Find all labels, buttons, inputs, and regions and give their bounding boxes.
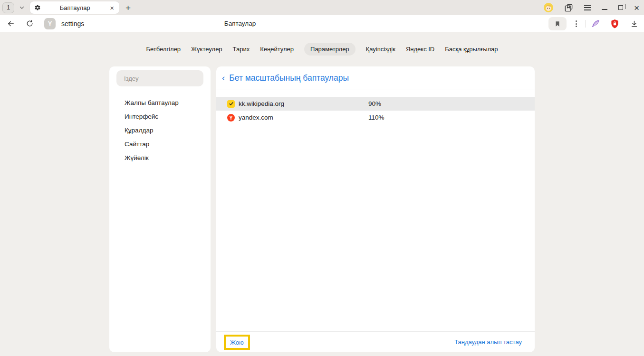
tab-yandex-id[interactable]: Яндекс ID xyxy=(406,43,434,56)
reload-icon xyxy=(26,19,34,28)
bookmark-flag-icon xyxy=(554,20,561,28)
address-bar-actions xyxy=(548,15,644,32)
delete-button-highlight: Жою xyxy=(224,335,250,350)
zoom-row-kk-wikipedia[interactable]: kk.wikipedia.org 90% xyxy=(216,97,535,111)
back-button[interactable] xyxy=(7,19,15,28)
tab-title: Баптаулар xyxy=(41,4,109,11)
settings-nav-tabs: Бетбелгілер Жүктеулер Тарих Кеңейтулер П… xyxy=(0,43,644,56)
sidebar-item-sites[interactable]: Сайттар xyxy=(109,137,211,151)
restore-window-button[interactable] xyxy=(618,5,623,10)
address-bar-page-title: Баптаулар xyxy=(224,20,256,27)
menu-icon[interactable] xyxy=(584,5,591,10)
browser-tab-settings[interactable]: Баптаулар × xyxy=(30,1,119,14)
tab-extensions[interactable]: Кеңейтулер xyxy=(260,43,294,56)
tab-close-icon[interactable]: × xyxy=(109,4,115,11)
sidebar-item-interface[interactable]: Интерфейс xyxy=(109,110,211,123)
tab-settings[interactable]: Параметрлер xyxy=(304,43,356,56)
panel-header: ‹ Бет масштабының баптаулары xyxy=(216,66,535,90)
tab-security[interactable]: Қауіпсіздік xyxy=(366,43,395,56)
zoom-value: 90% xyxy=(368,100,381,107)
tab-count-label: 1 xyxy=(7,4,10,11)
tab-count-button[interactable]: 1 xyxy=(2,2,14,13)
minimize-button[interactable] xyxy=(602,9,607,10)
protect-shield-button[interactable] xyxy=(605,19,624,29)
window-close-button[interactable]: × xyxy=(634,3,639,12)
delete-button[interactable]: Жою xyxy=(230,339,244,346)
feather-icon xyxy=(591,19,600,28)
gear-icon xyxy=(34,4,41,11)
download-icon xyxy=(630,19,638,28)
avatar[interactable] xyxy=(544,3,553,12)
panel-footer: Жою Таңдаудан алып тастау xyxy=(216,331,535,352)
address-bar: Y settings Баптаулар xyxy=(0,15,644,32)
browser-window: 1 Баптаулар × + xyxy=(0,0,644,356)
search-input[interactable] xyxy=(116,70,203,86)
reload-button[interactable] xyxy=(26,19,34,28)
back-chevron-icon[interactable]: ‹ xyxy=(222,73,225,82)
rows-gap xyxy=(216,90,535,97)
url-text[interactable]: settings xyxy=(61,20,84,28)
sidebar-item-tools[interactable]: Құралдар xyxy=(109,123,211,137)
checked-checkbox-icon[interactable] xyxy=(227,100,235,108)
tab-other-devices[interactable]: Басқа құрылғылар xyxy=(445,43,498,56)
site-name: kk.wikipedia.org xyxy=(239,100,284,107)
page-zoom-settings-panel: ‹ Бет масштабының баптаулары kk.wikipedi… xyxy=(216,66,535,352)
zoom-value: 110% xyxy=(368,114,384,121)
tab-downloads[interactable]: Жүктеулер xyxy=(191,43,222,56)
site-badge-icon[interactable]: Y xyxy=(44,18,56,29)
zoom-row-yandex[interactable]: Y yandex.com 110% xyxy=(216,111,535,124)
shield-lock-icon xyxy=(610,19,619,29)
sidebar-item-general[interactable]: Жалпы баптаулар xyxy=(109,96,211,110)
panel-title: Бет масштабының баптаулары xyxy=(229,73,349,83)
tab-list-dropdown-button[interactable] xyxy=(16,2,28,13)
new-tab-button[interactable]: + xyxy=(124,3,133,12)
panel-spacer xyxy=(216,124,535,331)
deselect-all-button[interactable]: Таңдаудан алып тастау xyxy=(454,338,522,346)
yandex-favicon-icon: Y xyxy=(227,114,235,122)
settings-sidebar: Жалпы баптаулар Интерфейс Құралдар Сайтт… xyxy=(109,66,211,352)
bookmark-button[interactable] xyxy=(548,17,567,30)
more-options-icon[interactable] xyxy=(567,20,586,27)
chevron-down-icon xyxy=(19,5,25,10)
tab-panels-icon[interactable] xyxy=(564,3,573,12)
back-arrow-icon xyxy=(7,19,15,28)
feather-extension-button[interactable] xyxy=(586,19,605,28)
tab-bookmarks[interactable]: Бетбелгілер xyxy=(146,43,181,56)
sidebar-item-system[interactable]: Жүйелік xyxy=(109,151,211,165)
sidebar-list: Жалпы баптаулар Интерфейс Құралдар Сайтт… xyxy=(109,96,211,165)
tab-strip: 1 Баптаулар × + xyxy=(0,0,644,15)
downloads-button[interactable] xyxy=(624,19,644,28)
site-name: yandex.com xyxy=(239,114,273,121)
titlebar-controls: × xyxy=(544,0,639,15)
tab-history[interactable]: Тарих xyxy=(233,43,250,56)
